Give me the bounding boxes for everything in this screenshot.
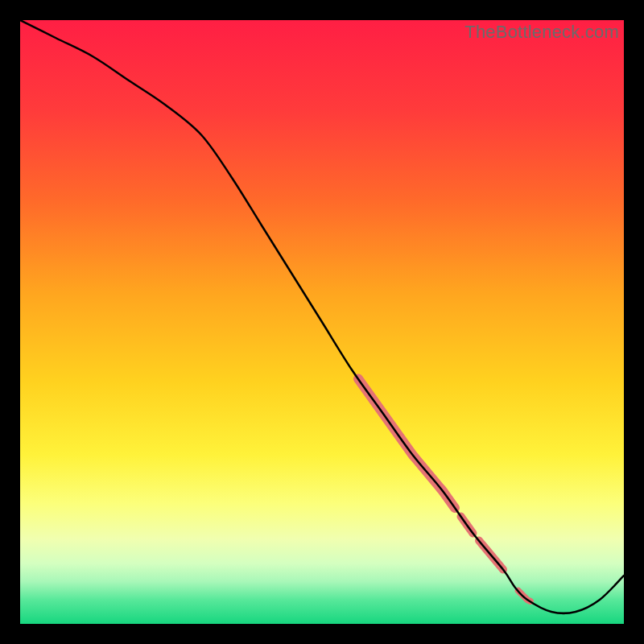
watermark-label: TheBottleneck.com — [464, 22, 619, 43]
chart-svg — [20, 20, 624, 624]
chart-frame: TheBottleneck.com — [20, 20, 624, 624]
